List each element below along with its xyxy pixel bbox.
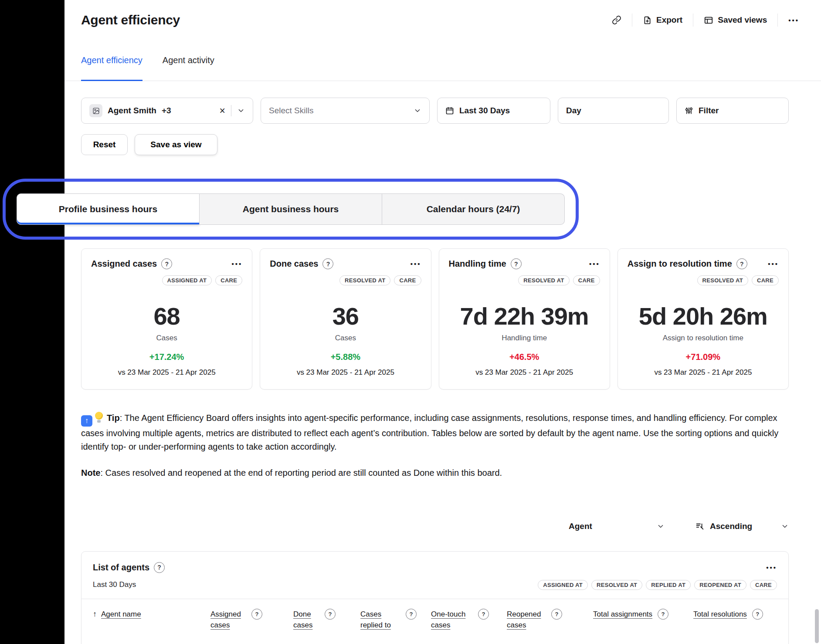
image-icon	[92, 107, 100, 115]
question-icon[interactable]: ?	[406, 609, 417, 620]
card-title: Handling time	[449, 259, 506, 269]
content: Agent Smith +3 × Select Skills	[64, 81, 821, 644]
sort-direction-dropdown[interactable]: Ascending	[695, 522, 789, 531]
sort-lines-icon	[695, 522, 705, 531]
table-header-row: ↑ Agent name Assigned cases ? Done cases…	[93, 599, 777, 644]
chevron-down-icon	[781, 522, 789, 530]
page-header: Agent efficiency Export Saved views •••	[64, 0, 821, 40]
ellipsis-icon[interactable]: •••	[768, 260, 779, 268]
agent-filter-chip[interactable]: Agent Smith +3 ×	[81, 98, 253, 124]
ellipsis-icon[interactable]: •••	[589, 260, 600, 268]
column-cases-replied-to: Cases replied to ?	[360, 609, 418, 630]
chevron-down-icon	[657, 522, 665, 530]
main-panel: Agent efficiency Export Saved views •••	[64, 0, 821, 644]
column-label[interactable]: Total assignments	[593, 609, 652, 620]
status-badge: REOPENED AT	[694, 580, 746, 590]
column-label[interactable]: Agent name	[101, 609, 141, 620]
question-icon[interactable]: ?	[511, 258, 522, 269]
question-icon[interactable]: ?	[322, 258, 333, 269]
close-icon[interactable]: ×	[220, 106, 225, 116]
reset-button[interactable]: Reset	[81, 134, 128, 155]
save-as-view-button[interactable]: Save as view	[135, 134, 217, 155]
question-icon[interactable]: ?	[658, 609, 668, 620]
divider	[632, 14, 632, 27]
metric-comparison: vs 23 Mar 2025 - 21 Apr 2025	[449, 368, 600, 377]
sort-by-dropdown[interactable]: Agent	[569, 522, 665, 531]
agents-table-title: List of agents	[93, 563, 149, 573]
divider	[777, 14, 778, 27]
column-label[interactable]: Total resolutions	[693, 609, 747, 620]
metric-change: +46.5%	[449, 352, 600, 362]
agent-filter-more-count: +3	[162, 106, 171, 115]
hours-tab-calendar[interactable]: Calendar hours (24/7)	[382, 193, 565, 225]
ellipsis-icon[interactable]: •••	[788, 17, 799, 24]
column-total-assignments: Total assignments ?	[593, 609, 680, 620]
column-label[interactable]: Done cases	[293, 609, 319, 630]
saved-views-icon	[704, 15, 713, 25]
divider	[693, 14, 693, 27]
hours-tab-profile-business[interactable]: Profile business hours	[17, 193, 200, 225]
column-label[interactable]: One-touch cases	[431, 609, 473, 630]
metric-change: +71.09%	[628, 352, 779, 362]
question-icon[interactable]: ?	[251, 609, 262, 620]
hours-tab-agent-business[interactable]: Agent business hours	[200, 193, 382, 225]
scrollbar-thumb[interactable]	[815, 609, 819, 643]
metric-unit: Handling time	[449, 334, 600, 342]
question-icon[interactable]: ?	[551, 609, 562, 620]
sort-by-value: Agent	[569, 522, 592, 531]
metric-unit: Assign to resolution time	[628, 334, 779, 342]
column-agent-name[interactable]: ↑ Agent name	[93, 609, 197, 620]
ellipsis-icon[interactable]: •••	[231, 260, 242, 268]
metric-card-assign-to-resolution: Assign to resolution time ? ••• RESOLVED…	[617, 248, 789, 390]
column-one-touch-cases: One-touch cases ?	[431, 609, 494, 630]
metric-value: 7d 22h 39m	[449, 302, 600, 330]
column-label[interactable]: Cases replied to	[360, 609, 400, 630]
tab-agent-efficiency[interactable]: Agent efficiency	[81, 40, 142, 81]
metric-unit: Cases	[270, 334, 421, 342]
up-arrow-emoji: ↑	[81, 415, 92, 427]
arrow-up-icon: ↑	[93, 609, 97, 620]
question-icon[interactable]: ?	[478, 609, 489, 620]
status-badge: RESOLVED AT	[697, 275, 748, 285]
export-label: Export	[656, 15, 682, 25]
metric-unit: Cases	[91, 334, 242, 342]
question-icon[interactable]: ?	[325, 609, 336, 620]
date-range-chip[interactable]: Last 30 Days	[437, 98, 550, 124]
sort-direction-value: Ascending	[710, 522, 752, 531]
export-icon	[643, 16, 652, 25]
tip-body: : The Agent Efficiency Board offers insi…	[81, 413, 778, 451]
filter-button[interactable]: Filter	[676, 98, 789, 124]
export-button[interactable]: Export	[643, 15, 682, 25]
question-icon[interactable]: ?	[752, 609, 763, 620]
column-label[interactable]: Reopened cases	[507, 609, 546, 630]
ellipsis-icon[interactable]: •••	[410, 260, 421, 268]
note-body: : Cases resolved and reopened at the end…	[100, 468, 502, 478]
filter-row: Agent Smith +3 × Select Skills	[81, 98, 789, 124]
granularity-value: Day	[566, 106, 581, 115]
column-assigned-cases: Assigned cases ?	[210, 609, 280, 630]
question-icon[interactable]: ?	[736, 258, 747, 269]
avatar	[89, 104, 102, 117]
tab-agent-activity[interactable]: Agent activity	[163, 40, 214, 81]
skills-select[interactable]: Select Skills	[261, 98, 430, 124]
status-badge: ASSIGNED AT	[538, 580, 588, 590]
granularity-chip[interactable]: Day	[558, 98, 669, 124]
highlight-ring: Profile business hours Agent business ho…	[3, 179, 579, 240]
status-badge: ASSIGNED AT	[162, 275, 212, 285]
agents-table-period: Last 30 Days	[93, 580, 136, 589]
metric-change: +5.88%	[270, 352, 421, 362]
sort-row: Agent Ascending	[81, 522, 789, 531]
metric-comparison: vs 23 Mar 2025 - 21 Apr 2025	[270, 368, 421, 377]
column-done-cases: Done cases ?	[293, 609, 347, 630]
question-icon[interactable]: ?	[154, 562, 165, 573]
link-icon[interactable]	[612, 15, 621, 25]
metric-value: 5d 20h 26m	[628, 302, 779, 330]
chevron-down-icon[interactable]	[237, 107, 245, 115]
filter-actions: Reset Save as view	[81, 134, 789, 155]
question-icon[interactable]: ?	[161, 258, 172, 269]
column-label[interactable]: Assigned cases	[210, 609, 246, 630]
ellipsis-icon[interactable]: •••	[766, 564, 777, 571]
saved-views-button[interactable]: Saved views	[704, 15, 767, 25]
sliders-icon	[685, 106, 693, 115]
tip-label: Tip	[107, 413, 120, 423]
